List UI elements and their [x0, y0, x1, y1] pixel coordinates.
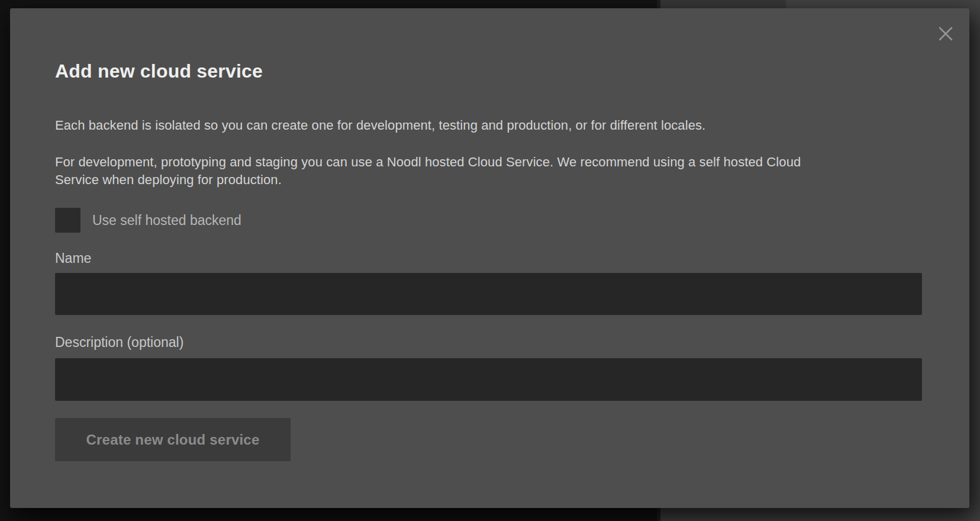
close-icon — [938, 26, 953, 41]
close-button[interactable] — [937, 25, 954, 42]
description-field-label: Description (optional) — [55, 333, 922, 351]
self-hosted-checkbox[interactable] — [55, 208, 80, 233]
add-cloud-service-dialog: Add new cloud service Each backend is is… — [10, 8, 969, 508]
description-input[interactable] — [55, 358, 922, 401]
create-cloud-service-button[interactable]: Create new cloud service — [55, 418, 291, 461]
background-app-tab-strip — [660, 0, 786, 8]
self-hosted-checkbox-label[interactable]: Use self hosted backend — [92, 213, 241, 229]
dialog-description-line-2: For development, prototyping and staging… — [55, 153, 922, 189]
self-hosted-checkbox-row[interactable]: Use self hosted backend — [55, 208, 241, 233]
dialog-description-line-1: Each backend is isolated so you can crea… — [55, 117, 922, 134]
dialog-title: Add new cloud service — [55, 59, 922, 83]
name-input[interactable] — [55, 273, 922, 315]
name-field-label: Name — [55, 249, 922, 267]
